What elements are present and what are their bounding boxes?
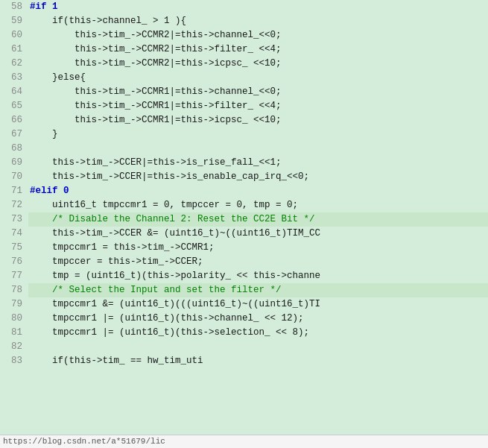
line-number: 70 xyxy=(0,170,28,184)
code-row: 81 tmpccmr1 |= (uint16_t)(this->selectio… xyxy=(0,326,488,340)
code-content: 58#if 159 if(this->channel_ > 1 ){60 thi… xyxy=(0,0,488,368)
code-row: 61 this->tim_->CCMR2|=this->filter_ <<4; xyxy=(0,42,488,57)
url-bar: https://blog.csdn.net/a*51679/lic xyxy=(0,435,488,448)
code-text: this->tim_->CCMR2|=this->channel_<<0; xyxy=(28,28,488,42)
line-number: 59 xyxy=(0,14,28,28)
code-row: 65 this->tim_->CCMR1|=this->filter_ <<4; xyxy=(0,99,488,113)
code-row: 74 this->tim_->CCER &= (uint16_t)~((uint… xyxy=(0,227,488,241)
code-text: tmp = (uint16_t)(this->polarity_ << this… xyxy=(28,269,488,283)
code-row: 66 this->tim_->CCMR1|=this->icpsc_ <<10; xyxy=(0,113,488,127)
code-text: this->tim_->CCMR1|=this->filter_ <<4; xyxy=(28,99,488,113)
code-row: 79 tmpccmr1 &= (uint16_t)(((uint16_t)~((… xyxy=(0,297,488,312)
code-editor: 58#if 159 if(this->channel_ > 1 ){60 thi… xyxy=(0,0,488,448)
code-text: }else{ xyxy=(28,71,488,85)
code-text: tmpccmr1 |= (uint16_t)(this->selection_ … xyxy=(28,326,488,340)
code-row: 58#if 1 xyxy=(0,0,488,14)
line-number: 60 xyxy=(0,28,28,42)
line-number: 62 xyxy=(0,57,28,71)
code-row: 59 if(this->channel_ > 1 ){ xyxy=(0,14,488,28)
code-row: 80 tmpccmr1 |= (uint16_t)(this->channel_… xyxy=(0,312,488,326)
line-number: 69 xyxy=(0,156,28,170)
code-text: this->tim_->CCER &= (uint16_t)~((uint16_… xyxy=(28,227,488,241)
line-number: 80 xyxy=(0,312,28,326)
code-row: 83 if(this->tim_ == hw_tim_uti xyxy=(0,354,488,368)
code-row: 69 this->tim_->CCER|=this->is_rise_fall_… xyxy=(0,156,488,170)
code-text: if(this->channel_ > 1 ){ xyxy=(28,14,488,28)
code-row: 78 /* Select the Input and set the filte… xyxy=(0,283,488,297)
line-number: 72 xyxy=(0,198,28,212)
code-text: uint16_t tmpccmr1 = 0, tmpccer = 0, tmp … xyxy=(28,198,488,212)
code-text: if(this->tim_ == hw_tim_uti xyxy=(28,354,488,368)
line-number: 67 xyxy=(0,127,28,142)
code-row: 62 this->tim_->CCMR2|=this->icpsc_ <<10; xyxy=(0,57,488,71)
line-number: 73 xyxy=(0,212,28,227)
line-number: 79 xyxy=(0,297,28,312)
code-text: tmpccer = this->tim_->CCER; xyxy=(28,255,488,269)
line-number: 68 xyxy=(0,142,28,156)
line-number: 65 xyxy=(0,99,28,113)
code-row: 76 tmpccer = this->tim_->CCER; xyxy=(0,255,488,269)
line-number: 83 xyxy=(0,354,28,368)
code-row: 72 uint16_t tmpccmr1 = 0, tmpccer = 0, t… xyxy=(0,198,488,212)
code-text: this->tim_->CCER|=this->is_rise_fall_<<1… xyxy=(28,156,488,170)
code-text: tmpccmr1 = this->tim_->CCMR1; xyxy=(28,241,488,255)
line-number: 75 xyxy=(0,241,28,255)
code-text: } xyxy=(28,127,488,142)
line-number: 64 xyxy=(0,85,28,99)
code-row: 70 this->tim_->CCER|=this->is_enable_cap… xyxy=(0,170,488,184)
code-row: 60 this->tim_->CCMR2|=this->channel_<<0; xyxy=(0,28,488,42)
code-text: tmpccmr1 |= (uint16_t)(this->channel_ <<… xyxy=(28,312,488,326)
code-row: 63 }else{ xyxy=(0,71,488,85)
line-number: 82 xyxy=(0,340,28,354)
line-number: 71 xyxy=(0,184,28,198)
code-text: this->tim_->CCER|=this->is_enable_cap_ir… xyxy=(28,170,488,184)
code-row: 82 xyxy=(0,340,488,354)
line-number: 81 xyxy=(0,326,28,340)
line-number: 61 xyxy=(0,42,28,57)
code-row: 67 } xyxy=(0,127,488,142)
line-number: 74 xyxy=(0,227,28,241)
code-row: 75 tmpccmr1 = this->tim_->CCMR1; xyxy=(0,241,488,255)
code-row: 77 tmp = (uint16_t)(this->polarity_ << t… xyxy=(0,269,488,283)
code-text: this->tim_->CCMR1|=this->channel_<<0; xyxy=(28,85,488,99)
code-text: tmpccmr1 &= (uint16_t)(((uint16_t)~((uin… xyxy=(28,297,488,312)
code-text: this->tim_->CCMR1|=this->icpsc_ <<10; xyxy=(28,113,488,127)
code-text: this->tim_->CCMR2|=this->icpsc_ <<10; xyxy=(28,57,488,71)
code-row: 71#elif 0 xyxy=(0,184,488,198)
code-text: #if 1 xyxy=(28,0,488,14)
code-text: /* Select the Input and set the filter *… xyxy=(28,283,488,297)
code-row: 73 /* Disable the Channel 2: Reset the C… xyxy=(0,212,488,227)
line-number: 78 xyxy=(0,283,28,297)
code-row: 64 this->tim_->CCMR1|=this->channel_<<0; xyxy=(0,85,488,99)
line-number: 77 xyxy=(0,269,28,283)
line-number: 58 xyxy=(0,0,28,14)
line-number: 76 xyxy=(0,255,28,269)
code-row: 68 xyxy=(0,142,488,156)
line-number: 63 xyxy=(0,71,28,85)
code-text: #elif 0 xyxy=(28,184,488,198)
code-text: /* Disable the Channel 2: Reset the CC2E… xyxy=(28,212,488,227)
line-number: 66 xyxy=(0,113,28,127)
code-text: this->tim_->CCMR2|=this->filter_ <<4; xyxy=(28,42,488,57)
